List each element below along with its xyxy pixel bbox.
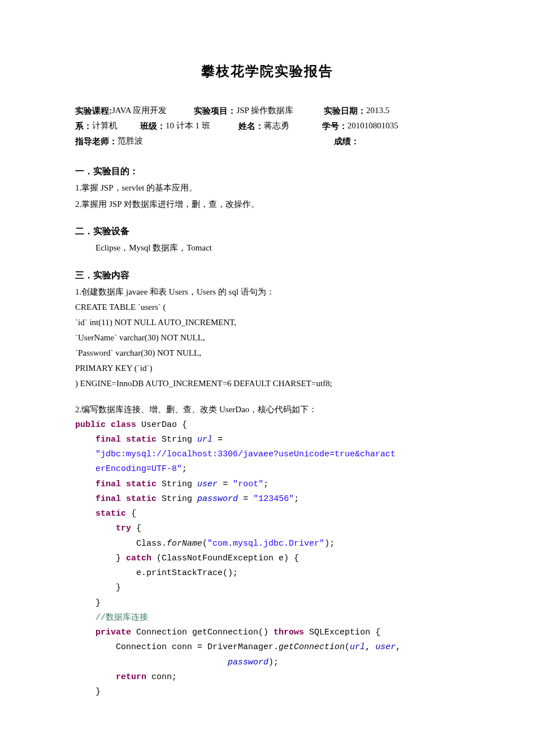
catch-ex: (ClassNotFoundException e) { bbox=[151, 554, 299, 563]
paren-open: ( bbox=[345, 642, 350, 652]
str-user: "root" bbox=[233, 479, 263, 489]
meta-row-3: 指导老师： 范胜波 成绩： bbox=[75, 133, 459, 149]
semi: ; bbox=[294, 494, 299, 504]
kw-try: try bbox=[116, 524, 131, 533]
kw-return: return bbox=[116, 672, 146, 682]
semi: ; bbox=[182, 464, 187, 474]
type-sqlex: SQLException { bbox=[304, 628, 380, 637]
grade-label: 成绩： bbox=[334, 133, 359, 149]
brace-close: } bbox=[116, 583, 121, 593]
meta-row-1: 实验课程: JAVA 应用开发 实验项目： JSP 操作数据库 实验日期： 20… bbox=[75, 103, 459, 118]
arg-url: url bbox=[350, 642, 365, 652]
class-value: 10 计本 1 班 bbox=[166, 118, 210, 133]
kw-public: public bbox=[75, 420, 106, 430]
sql-block: CREATE TABLE `users` ( `id` int(11) NOT … bbox=[75, 300, 459, 391]
m-getconnection: getConnection bbox=[279, 642, 345, 652]
kw-class: class bbox=[111, 420, 136, 430]
class-label: 班级： bbox=[140, 118, 166, 133]
eq: = bbox=[212, 435, 228, 444]
kw-private: private bbox=[95, 628, 131, 637]
section-3-heading: 三．实验内容 bbox=[75, 270, 459, 282]
teacher-label: 指导老师： bbox=[75, 133, 118, 149]
date-label: 实验日期： bbox=[324, 103, 366, 118]
paren-open: ( bbox=[202, 539, 207, 548]
document-title: 攀枝花学院实验报告 bbox=[75, 62, 459, 80]
course-value: JAVA 应用开发 bbox=[112, 103, 167, 118]
brace-close: } bbox=[95, 687, 101, 697]
eq: = bbox=[218, 479, 233, 489]
dept-label: 系： bbox=[75, 118, 92, 133]
kw-static: static bbox=[126, 494, 157, 504]
kw-final: final bbox=[95, 479, 121, 489]
str-url-2: erEncoding=UTF-8" bbox=[95, 464, 182, 474]
date-value: 2013.5 bbox=[366, 103, 389, 118]
ret-conn: conn; bbox=[146, 672, 177, 682]
brace-close: } bbox=[95, 598, 101, 608]
spacer bbox=[118, 118, 140, 133]
course-label: 实验课程: bbox=[75, 103, 112, 118]
spacer bbox=[210, 118, 238, 133]
project-label: 实验项目： bbox=[194, 103, 236, 118]
str-url-1: "jdbc:mysql://localhost:3306/javaee?useU… bbox=[95, 450, 396, 459]
section-2-line-1: Eclipse，Mysql 数据库，Tomact bbox=[75, 240, 459, 256]
spacer bbox=[167, 103, 194, 118]
eq: = bbox=[238, 494, 253, 504]
str-password: "123456" bbox=[253, 494, 294, 504]
section-2-heading: 二．实验设备 bbox=[75, 226, 459, 237]
sid-value: 201010801035 bbox=[348, 118, 398, 133]
sql-line: CREATE TABLE `users` ( bbox=[75, 300, 459, 315]
document-page: 攀枝花学院实验报告 实验课程: JAVA 应用开发 实验项目： JSP 操作数据… bbox=[0, 0, 534, 745]
stacktrace: e.printStackTrace(); bbox=[136, 568, 238, 578]
meta-row-2: 系： 计算机 班级： 10 计本 1 班 姓名： 蒋志勇 学号： 2010108… bbox=[75, 118, 459, 133]
code-block: public class UserDao { final static Stri… bbox=[75, 418, 459, 700]
sid-label: 学号： bbox=[322, 118, 348, 133]
section-3-p1: 1.创建数据库 javaee 和表 Users，Users 的 sql 语句为： bbox=[75, 284, 459, 300]
dept-value: 计算机 bbox=[92, 118, 118, 133]
name-value: 蒋志勇 bbox=[264, 118, 289, 133]
kw-catch: catch bbox=[126, 554, 151, 563]
cls-class: Class. bbox=[136, 539, 167, 548]
project-value: JSP 操作数据库 bbox=[236, 103, 293, 118]
m-forname: forName bbox=[167, 539, 202, 548]
sql-line: ) ENGINE=InnoDB AUTO_INCREMENT=6 DEFAULT… bbox=[75, 376, 459, 391]
meta-block: 实验课程: JAVA 应用开发 实验项目： JSP 操作数据库 实验日期： 20… bbox=[75, 103, 459, 149]
paren-close: ); bbox=[268, 658, 279, 667]
spacer bbox=[293, 103, 324, 118]
paren-close: ); bbox=[324, 539, 335, 548]
section-3-p2: 2.编写数据库连接、增、删、查、改类 UserDao，核心代码如下： bbox=[75, 401, 459, 418]
section-1-line-1: 1.掌握 JSP，servlet 的基本应用。 bbox=[75, 180, 459, 196]
type-conn: Connection bbox=[136, 628, 187, 637]
conn-decl: Connection conn = DriverManager. bbox=[116, 642, 279, 652]
kw-throws: throws bbox=[273, 628, 304, 637]
spacer bbox=[289, 118, 322, 133]
brace-open: { bbox=[126, 509, 136, 519]
m-getconn: getConnection() bbox=[187, 628, 273, 637]
arg-user: user bbox=[375, 642, 396, 652]
kw-static: static bbox=[126, 479, 157, 489]
arg-password: password bbox=[228, 658, 268, 667]
brace-close: } bbox=[116, 554, 121, 563]
type-string: String bbox=[162, 494, 192, 504]
spacer bbox=[143, 133, 334, 149]
kw-final: final bbox=[95, 494, 121, 504]
type-string: String bbox=[162, 435, 192, 444]
var-url: url bbox=[197, 435, 212, 444]
kw-final: final bbox=[95, 435, 121, 444]
comma: , bbox=[396, 642, 406, 652]
comment-conn: //数据库连接 bbox=[95, 613, 148, 623]
sql-line: `id` int(11) NOT NULL AUTO_INCREMENT, bbox=[75, 315, 459, 330]
kw-static: static bbox=[126, 435, 157, 444]
sql-line: `UserName` varchar(30) NOT NULL, bbox=[75, 330, 459, 345]
var-user: user bbox=[197, 479, 218, 489]
sql-line: `Password` varchar(30) NOT NULL, bbox=[75, 345, 459, 361]
sql-line: PRIMARY KEY (`id`) bbox=[75, 361, 459, 376]
section-1-line-2: 2.掌握用 JSP 对数据库进行增，删，查，改操作。 bbox=[75, 196, 459, 213]
comma: , bbox=[365, 642, 375, 652]
kw-static: static bbox=[95, 509, 126, 519]
teacher-value: 范胜波 bbox=[118, 133, 143, 149]
str-driver: "com.mysql.jdbc.Driver" bbox=[207, 539, 324, 548]
class-name: UserDao { bbox=[141, 420, 187, 430]
var-password: password bbox=[197, 494, 238, 504]
semi: ; bbox=[263, 479, 268, 489]
type-string: String bbox=[162, 479, 192, 489]
